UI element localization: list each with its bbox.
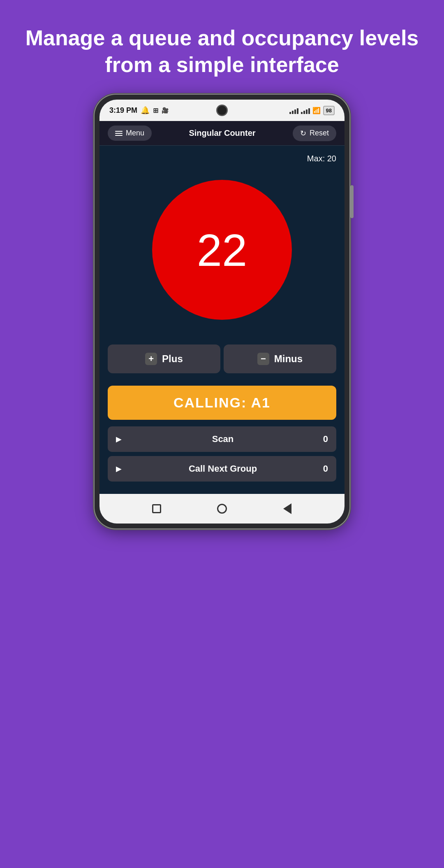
counter-value: 22: [197, 224, 247, 276]
status-left: 3:19 PM 🔔 ⊞ 🎥: [109, 106, 169, 115]
counter-circle[interactable]: 22: [152, 180, 292, 320]
main-content: Max: 20 22 + Plus − Minus CALLING: A1: [99, 146, 345, 494]
home-circle-icon: [217, 504, 227, 514]
home-nav-button[interactable]: [215, 501, 229, 516]
recent-nav-button[interactable]: [280, 501, 295, 516]
square-icon: [152, 504, 161, 513]
status-right: 📶 98: [289, 106, 335, 115]
video-icon: 🎥: [162, 107, 169, 114]
reset-button[interactable]: ↻ Reset: [293, 126, 336, 141]
scan-action-row[interactable]: ▶ Scan 0: [108, 426, 336, 452]
menu-button[interactable]: Menu: [108, 126, 152, 141]
battery-indicator: 98: [323, 106, 335, 115]
phone-screen: 3:19 PM 🔔 ⊞ 🎥: [99, 100, 345, 524]
bottom-nav: [99, 494, 345, 524]
notification-icon: 🔔: [141, 106, 150, 115]
grid-icon: ⊞: [153, 107, 158, 114]
max-label: Max: 20: [307, 154, 336, 163]
minus-label: Minus: [274, 353, 303, 365]
plus-button[interactable]: + Plus: [108, 344, 220, 373]
reset-label: Reset: [310, 129, 329, 137]
signal-icon-2: [301, 107, 310, 114]
refresh-icon: ↻: [300, 129, 306, 138]
back-nav-button[interactable]: [149, 501, 164, 516]
wifi-icon: 📶: [312, 107, 321, 114]
status-bar: 3:19 PM 🔔 ⊞ 🎥: [99, 100, 345, 121]
phone-frame: 3:19 PM 🔔 ⊞ 🎥: [95, 95, 349, 528]
calling-banner[interactable]: CALLING: A1: [108, 386, 336, 420]
app-title: Singular Counter: [189, 128, 255, 138]
plus-icon: +: [145, 353, 157, 365]
call-next-label: Call Next Group: [130, 463, 316, 474]
signal-icon: [289, 107, 298, 114]
app-nav-bar: Menu Singular Counter ↻ Reset: [99, 121, 345, 146]
camera-area: [216, 105, 228, 116]
back-triangle-icon: [283, 503, 291, 514]
minus-button[interactable]: − Minus: [224, 344, 336, 373]
plus-label: Plus: [162, 353, 183, 365]
call-next-group-action-row[interactable]: ▶ Call Next Group 0: [108, 456, 336, 482]
menu-label: Menu: [126, 129, 144, 137]
call-next-count: 0: [316, 463, 328, 474]
scan-play-icon: ▶: [116, 435, 122, 444]
call-next-play-icon: ▶: [116, 464, 122, 473]
scan-count: 0: [316, 434, 328, 444]
page-header: Manage a queue and occupancy levels from…: [0, 0, 444, 95]
plus-minus-row: + Plus − Minus: [108, 344, 336, 373]
camera-notch: [216, 105, 228, 116]
calling-text: CALLING: A1: [173, 395, 271, 410]
hamburger-icon: [115, 131, 123, 136]
time-display: 3:19 PM: [109, 106, 137, 115]
minus-icon: −: [257, 353, 269, 365]
scan-label: Scan: [130, 434, 316, 444]
